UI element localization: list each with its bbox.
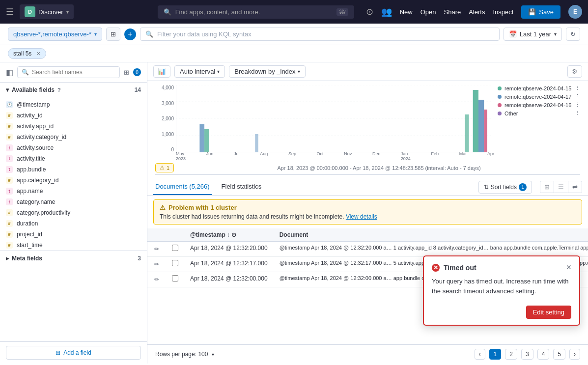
- help-icon[interactable]: ⊙: [366, 6, 373, 17]
- field-item-project-id[interactable]: # project_id: [0, 229, 147, 240]
- meta-fields-header[interactable]: ▸ Meta fields 3: [6, 255, 141, 262]
- field-item-activity-app-id[interactable]: # activity.app_id: [0, 121, 147, 132]
- breakdown-selector[interactable]: Breakdown by _index ▾: [229, 65, 305, 78]
- share-button[interactable]: Share: [444, 8, 461, 16]
- page-5-button[interactable]: 5: [553, 349, 565, 360]
- timestamp-col-header[interactable]: @timestamp ↕ ⊙: [184, 228, 274, 242]
- row-expand-button[interactable]: ✏: [153, 260, 160, 269]
- list-view-button[interactable]: ☰: [554, 181, 568, 193]
- page-1-button[interactable]: 1: [489, 349, 502, 360]
- toast-close-button[interactable]: ×: [566, 262, 571, 273]
- add-filter-button[interactable]: +: [124, 28, 136, 40]
- chart-toggle-button[interactable]: 📊: [153, 65, 170, 78]
- field-item-app-bundle[interactable]: t app.bundle: [0, 164, 147, 175]
- legend-more-1[interactable]: ⋮: [575, 85, 580, 91]
- y-label-0: 0: [171, 147, 174, 152]
- tab-field-statistics[interactable]: Field statistics: [220, 179, 264, 195]
- time-picker-button[interactable]: 📅 Last 1 year ▾: [504, 28, 562, 41]
- field-item-activity-id[interactable]: # activity_id: [0, 110, 147, 121]
- row-select-cell[interactable]: [166, 257, 184, 272]
- available-fields-header[interactable]: ▾ Available fields ? 14: [6, 86, 141, 93]
- field-item-app-name[interactable]: t app.name: [0, 186, 147, 197]
- field-filter-button[interactable]: ⊞: [124, 69, 129, 76]
- sidebar-toggle-button[interactable]: ◧: [6, 68, 13, 77]
- row-select-cell[interactable]: [166, 272, 184, 287]
- next-page-button[interactable]: ›: [569, 349, 580, 360]
- field-item-category-name[interactable]: t category.name: [0, 197, 147, 207]
- interval-label: Auto interval: [180, 68, 215, 75]
- chart-warning-badge[interactable]: ⚠ 1: [155, 163, 174, 172]
- hamburger-menu-button[interactable]: ☰: [6, 6, 14, 17]
- sort-count-badge: 1: [519, 183, 527, 191]
- row-expand-btn-cell[interactable]: ✏: [147, 272, 166, 287]
- row-expand-button[interactable]: ✏: [153, 275, 160, 284]
- row-select-checkbox[interactable]: [172, 260, 178, 266]
- field-item-timestamp[interactable]: 🕐 @timestamp: [0, 99, 147, 110]
- row-select-cell[interactable]: [166, 242, 184, 257]
- available-fields-info[interactable]: ?: [57, 87, 61, 93]
- save-button[interactable]: 💾 Save: [521, 5, 560, 19]
- field-item-app-category-id[interactable]: # app.category_id: [0, 175, 147, 186]
- legend-more-3[interactable]: ⋮: [575, 102, 580, 108]
- time-picker[interactable]: 📅 Last 1 year ▾: [504, 28, 562, 41]
- row-select-checkbox[interactable]: [172, 245, 178, 251]
- users-icon[interactable]: 👥: [381, 6, 392, 17]
- row-select-checkbox[interactable]: [172, 275, 178, 281]
- document-col-header[interactable]: Document: [274, 228, 588, 242]
- compare-view-button[interactable]: ⇌: [568, 181, 582, 193]
- timestamp-sort-icon[interactable]: ↕: [227, 231, 230, 238]
- field-item-duration[interactable]: # duration: [0, 218, 147, 229]
- open-button[interactable]: Open: [420, 8, 436, 16]
- row-expand-button[interactable]: ✏: [153, 245, 160, 253]
- global-search[interactable]: 🔍 Find apps, content, and more. ⌘/: [158, 5, 354, 19]
- chevron-down-icon: ▾: [6, 86, 9, 93]
- rows-per-page-chevron[interactable]: ▾: [212, 352, 214, 357]
- field-item-start-time[interactable]: # start_time: [0, 240, 147, 251]
- rows-per-page-label[interactable]: Rows per page: 100: [155, 351, 208, 358]
- discover-tab[interactable]: D Discover ▾: [20, 4, 74, 19]
- tab-documents[interactable]: Documents (5,266): [153, 179, 212, 195]
- timestamp-filter-icon[interactable]: ⊙: [231, 231, 236, 238]
- edit-setting-button[interactable]: Edit setting: [526, 306, 571, 319]
- row-expand-btn-cell[interactable]: ✏: [147, 257, 166, 272]
- toast-title: ✕ Timed out: [432, 264, 476, 272]
- svg-rect-6: [199, 124, 204, 152]
- legend-more-2[interactable]: ⋮: [575, 93, 580, 100]
- add-field-label: Add a field: [63, 349, 91, 356]
- user-avatar[interactable]: E: [568, 5, 582, 19]
- new-button[interactable]: New: [400, 8, 413, 16]
- field-list: ▾ Available fields ? 14 🕐 @timestamp # a…: [0, 83, 147, 341]
- filter-tag-stall5s[interactable]: stall 5s ×: [8, 48, 46, 59]
- page-4-button[interactable]: 4: [537, 349, 550, 360]
- legend-more-other[interactable]: ⋮: [575, 110, 580, 116]
- row-timestamp: Apr 18, 2024 @ 12:32:17.000: [184, 257, 274, 272]
- legend-item-1: remote:qbserve-2024-04-15 ⋮: [498, 85, 580, 91]
- filter-options-button[interactable]: ⊞: [106, 28, 120, 41]
- filter-tag-remove[interactable]: ×: [36, 50, 40, 57]
- sort-fields-button[interactable]: ⇅ Sort fields 1: [478, 181, 532, 194]
- refresh-button[interactable]: ↻: [566, 28, 580, 41]
- time-range-text: Last 1 year: [520, 30, 551, 38]
- chart-toolbar: 📊 Auto interval ▾ Breakdown by _index ▾ …: [147, 62, 588, 81]
- grid-view-button[interactable]: ⊞: [540, 181, 554, 193]
- warning-view-details-link[interactable]: View details: [346, 213, 377, 220]
- field-item-activity-source[interactable]: t activity.source: [0, 142, 147, 153]
- page-2-button[interactable]: 2: [505, 349, 517, 360]
- search-icon: 🔍: [164, 8, 171, 16]
- field-type-number-icon: #: [6, 242, 13, 249]
- kql-filter-input[interactable]: 🔍 Filter your data using KQL syntax: [140, 28, 500, 41]
- search-field-names-input[interactable]: [32, 69, 115, 76]
- inspect-button[interactable]: Inspect: [493, 8, 513, 16]
- field-item-activity-title[interactable]: t activity.title: [0, 153, 147, 164]
- add-field-button[interactable]: ⊞ Add a field: [6, 346, 141, 360]
- field-item-activity-category-id[interactable]: # activity.category_id: [0, 132, 147, 142]
- field-search-box[interactable]: 🔍: [17, 66, 120, 78]
- chart-settings-button[interactable]: ⚙: [567, 65, 582, 78]
- interval-selector[interactable]: Auto interval ▾: [174, 65, 225, 78]
- prev-page-button[interactable]: ‹: [475, 349, 485, 360]
- alerts-button[interactable]: Alerts: [469, 8, 485, 16]
- page-3-button[interactable]: 3: [521, 349, 533, 360]
- index-pattern-selector[interactable]: qbserve-*,remote:qbserve-* ▾: [8, 28, 102, 41]
- field-item-category-productivity[interactable]: # category.productivity: [0, 207, 147, 218]
- row-expand-btn-cell[interactable]: ✏: [147, 242, 166, 257]
